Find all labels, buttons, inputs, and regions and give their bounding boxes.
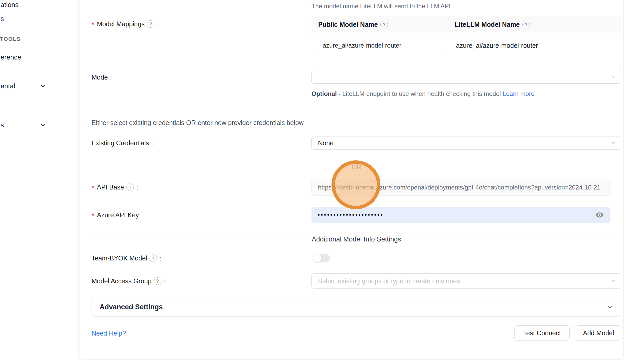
or-divider-label: OR [352,163,361,171]
need-help-link[interactable]: Need Help? [92,328,126,338]
test-connect-button[interactable]: Test Connect [514,325,570,341]
column-separator [448,19,448,29]
help-icon[interactable]: ? [149,254,157,262]
sidebar-section-tools: TOOLS [0,36,21,42]
sidebar-item[interactable]: s [0,14,78,23]
help-icon[interactable]: ? [380,21,388,28]
column-header-litellm-model-name: LiteLLM Model Name ? [455,21,530,28]
mode-select[interactable] [311,71,621,84]
sidebar: ations s TOOLS erence ental s [0,0,79,360]
sidebar-item-label: ental [1,82,15,90]
credentials-note: Either select existing credentials OR en… [92,117,304,128]
or-divider: OR [92,162,621,172]
sidebar-item-label: s [1,15,4,23]
public-model-name-input[interactable] [318,38,446,53]
table-header-row: Public Model Name ? LiteLLM Model Name ? [311,16,622,33]
existing-credentials-select[interactable]: None [311,136,621,150]
sidebar-item[interactable]: ental [0,81,78,91]
learn-more-link[interactable]: Learn more [503,90,535,97]
help-icon[interactable]: ? [154,277,161,285]
team-byok-toggle[interactable] [313,254,330,262]
azure-api-key-field[interactable]: ••••••••••••••••••••• [311,207,610,223]
help-icon[interactable]: ? [126,184,134,191]
model-access-group-label: Model Access Group ? : [92,273,166,289]
column-header-public-model-name: Public Model Name ? [311,21,448,28]
help-icon[interactable]: ? [522,21,530,28]
sidebar-item[interactable]: s [0,120,78,130]
mode-hint: Optional - LiteLLM endpoint to use when … [311,88,577,99]
api-base-field[interactable]: https://<test>.openai.azure.com/openai/d… [311,179,610,196]
advanced-settings-panel[interactable]: Advanced Settings [92,298,621,317]
add-model-button[interactable]: Add Model [575,325,622,341]
chevron-down-icon [607,304,613,311]
eye-icon[interactable] [595,210,604,220]
chevron-down-icon [40,122,46,128]
chevron-down-icon [611,140,616,146]
api-base-label: API Base ? : [92,179,138,196]
sidebar-item-label: ations [1,1,18,9]
model-mappings-label: Model Mappings ? : [92,17,159,31]
additional-settings-divider: Additional Model Info Settings [92,234,621,244]
additional-settings-divider-label: Additional Model Info Settings [312,235,401,243]
advanced-settings-title: Advanced Settings [100,303,163,311]
table-row: azure_ai/azure-model-router [311,33,622,58]
model-access-group-placeholder: Select existing groups or type to create… [318,277,460,285]
sidebar-item-label: erence [1,53,21,61]
sidebar-item[interactable]: erence [0,53,78,62]
azure-api-key-label: Azure API Key : [92,207,143,223]
sidebar-item[interactable]: ations [0,0,78,9]
sidebar-item-label: s [1,121,4,129]
chevron-down-icon [611,278,616,284]
model-access-group-select[interactable]: Select existing groups or type to create… [311,273,621,289]
existing-credentials-label: Existing Credentials : [92,136,153,150]
model-name-hint: The model name LiteLLM will send to the … [311,3,566,10]
team-byok-label: Team-BYOK Model ? : [92,252,161,264]
litellm-model-name-value: azure_ai/azure-model-router [456,33,538,58]
help-icon[interactable]: ? [147,20,154,28]
chevron-down-icon [40,83,46,89]
masked-api-key: ••••••••••••••••••••• [318,212,383,218]
model-mappings-table: Public Model Name ? LiteLLM Model Name ?… [311,16,622,58]
mode-label: Mode : [92,71,112,84]
chevron-down-icon [611,74,616,80]
add-model-form-page: ations s TOOLS erence ental s The model … [0,0,644,360]
